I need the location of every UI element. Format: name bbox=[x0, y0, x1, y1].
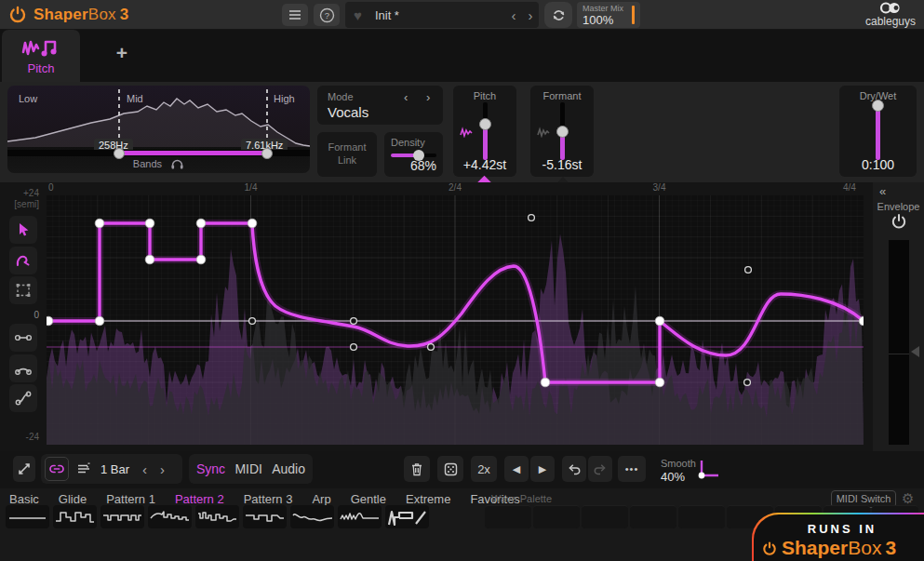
wave-preset-button-9[interactable] bbox=[385, 505, 429, 528]
more-options-button[interactable]: ••• bbox=[618, 456, 646, 482]
expand-editor-button[interactable] bbox=[13, 456, 35, 482]
favorite-heart-icon[interactable]: ♥ bbox=[354, 7, 362, 23]
palette-slot-2[interactable] bbox=[533, 505, 580, 528]
pattern-steps-icon[interactable] bbox=[76, 462, 91, 475]
menu-button[interactable] bbox=[282, 4, 308, 26]
cableguys-brand[interactable]: cableguys bbox=[863, 2, 918, 28]
length-next-button[interactable]: › bbox=[160, 461, 165, 477]
tool-select-button[interactable] bbox=[9, 216, 37, 244]
drywet-slider-thumb[interactable] bbox=[872, 100, 884, 112]
curve-point[interactable] bbox=[196, 219, 206, 228]
curve-point[interactable] bbox=[196, 255, 206, 264]
band-handle-high[interactable] bbox=[261, 148, 273, 159]
envelope-panel: « Envelope Amount -12% bbox=[873, 182, 924, 488]
curve-point[interactable] bbox=[145, 219, 154, 228]
band-high-label: High bbox=[274, 93, 295, 104]
master-mix-slider[interactable] bbox=[632, 6, 635, 24]
wave-preset-button-4[interactable] bbox=[148, 505, 192, 528]
wave-preset-button-6[interactable] bbox=[243, 505, 287, 528]
formant-link-button[interactable]: Formant Link bbox=[317, 132, 377, 177]
curve-ghost-point[interactable] bbox=[351, 318, 357, 325]
add-tab-button[interactable]: + bbox=[110, 41, 134, 65]
pitch-slider-panel[interactable]: Pitch +4.42st bbox=[453, 86, 516, 177]
master-mix-control[interactable]: Master Mix 100% bbox=[577, 2, 640, 28]
collapse-panel-button[interactable]: « bbox=[879, 184, 885, 198]
envelope-handle-arrow[interactable] bbox=[911, 346, 919, 357]
audio-mode-button[interactable]: Audio bbox=[272, 461, 305, 476]
time-label-1-4: 1/4 bbox=[245, 182, 258, 193]
arc-curve-icon bbox=[14, 362, 33, 375]
length-prev-button[interactable]: ‹ bbox=[142, 461, 147, 477]
headphones-icon[interactable] bbox=[170, 158, 184, 169]
tool-draw-button[interactable] bbox=[9, 247, 37, 274]
wave-preset-button-3[interactable] bbox=[100, 505, 144, 528]
smooth-curve-widget[interactable] bbox=[696, 457, 722, 483]
wave-preset-button-8[interactable] bbox=[338, 505, 382, 528]
wave-preset-button-2[interactable] bbox=[53, 505, 97, 528]
curve-point[interactable] bbox=[655, 316, 664, 326]
drywet-slider-panel[interactable]: Dry/Wet 0:100 bbox=[839, 86, 917, 177]
pattern-editor[interactable]: +24 [semi] 0 -24 bbox=[0, 182, 924, 451]
help-button[interactable]: ? bbox=[314, 4, 340, 26]
shift-right-button[interactable]: ▶ bbox=[530, 456, 555, 482]
double-pattern-button[interactable]: 2x bbox=[471, 456, 497, 482]
editor-canvas[interactable] bbox=[47, 195, 864, 445]
palette-slot-4[interactable] bbox=[630, 505, 676, 528]
curve-point[interactable] bbox=[145, 255, 154, 264]
palette-slot-3[interactable] bbox=[582, 505, 628, 528]
shaperbox-plugin-window: ShaperBox3 ? ♥ Init * ‹ › Master M bbox=[0, 0, 924, 561]
band-handle-low[interactable] bbox=[114, 148, 125, 159]
redo-button[interactable] bbox=[588, 456, 612, 482]
editor-grid[interactable] bbox=[47, 195, 864, 445]
tool-line-button[interactable] bbox=[9, 324, 37, 352]
trash-icon bbox=[410, 462, 423, 476]
curve-point[interactable] bbox=[95, 316, 104, 326]
curve-ghost-point[interactable] bbox=[744, 380, 751, 386]
preset-name[interactable]: Init * bbox=[375, 8, 505, 22]
pitch-slider-fill bbox=[483, 127, 488, 160]
shift-left-button[interactable]: ◀ bbox=[504, 456, 529, 482]
midi-mode-button[interactable]: MIDI bbox=[234, 461, 262, 476]
curve-ghost-point[interactable] bbox=[745, 267, 752, 274]
envelope-power-icon[interactable] bbox=[890, 213, 908, 232]
tool-scurve-button[interactable] bbox=[9, 384, 37, 412]
band-display[interactable]: Low Mid High 258Hz 7.61kHz Bands bbox=[7, 86, 310, 173]
randomize-button[interactable] bbox=[437, 456, 463, 482]
link-button[interactable] bbox=[45, 457, 69, 481]
curve-ghost-point[interactable] bbox=[428, 344, 435, 351]
palette-slot-1[interactable] bbox=[485, 505, 531, 528]
tab-pitch[interactable]: Pitch bbox=[2, 30, 80, 82]
mode-selector[interactable]: Mode ‹ › Vocals bbox=[317, 86, 443, 125]
density-control[interactable]: Density 68% bbox=[384, 132, 443, 177]
mode-next-button[interactable]: › bbox=[426, 90, 430, 104]
pitch-slider-thumb[interactable] bbox=[479, 118, 491, 130]
tool-arc-button[interactable] bbox=[9, 354, 37, 382]
envelope-meter[interactable] bbox=[889, 240, 909, 445]
palette-slot-5[interactable] bbox=[678, 505, 725, 528]
curve-point[interactable] bbox=[47, 316, 53, 326]
formant-label: Formant bbox=[530, 90, 594, 101]
wave-preset-button-1[interactable] bbox=[6, 505, 49, 528]
curve-ghost-point[interactable] bbox=[249, 318, 256, 325]
preset-next-button[interactable]: › bbox=[522, 7, 539, 23]
curve-ghost-point[interactable] bbox=[351, 344, 357, 351]
curve-point[interactable] bbox=[95, 219, 104, 228]
wave-preset-button-7[interactable] bbox=[290, 505, 334, 528]
loop-button[interactable] bbox=[544, 2, 572, 28]
wave-preset-button-5[interactable] bbox=[195, 505, 239, 528]
curve-point[interactable] bbox=[541, 378, 550, 387]
curve-point[interactable] bbox=[655, 378, 664, 387]
curve-ghost-point[interactable] bbox=[529, 215, 535, 221]
mode-value[interactable]: Vocals bbox=[328, 104, 368, 120]
tool-marquee-button[interactable] bbox=[9, 276, 37, 304]
preset-prev-button[interactable]: ‹ bbox=[505, 7, 522, 23]
pattern-length-value[interactable]: 1 Bar bbox=[100, 462, 129, 476]
curve-point[interactable] bbox=[248, 219, 257, 228]
undo-button[interactable] bbox=[562, 456, 586, 482]
mode-prev-button[interactable]: ‹ bbox=[404, 90, 408, 104]
power-icon[interactable] bbox=[7, 5, 28, 25]
clear-pattern-button[interactable] bbox=[404, 456, 430, 482]
formant-slider-thumb[interactable] bbox=[556, 126, 569, 138]
sync-mode-button[interactable]: Sync bbox=[196, 461, 225, 476]
formant-slider-panel[interactable]: Formant -5.16st bbox=[530, 86, 594, 177]
